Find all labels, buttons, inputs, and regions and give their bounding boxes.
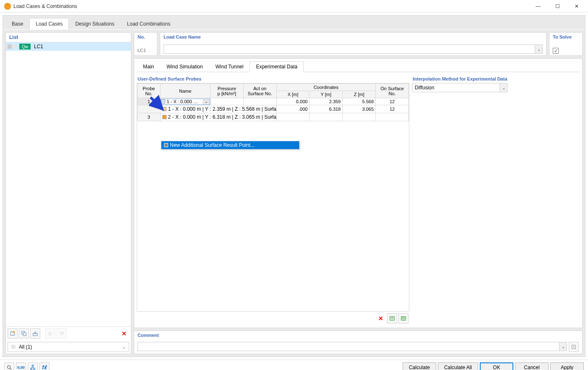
chevron-down-icon: ⌄: [559, 342, 567, 351]
tab-design-situations[interactable]: Design Situations: [69, 18, 120, 29]
app-icon: [4, 3, 11, 10]
close-button[interactable]: ✕: [567, 0, 586, 13]
function-icon: fx̂: [42, 365, 47, 370]
color-swatch-icon: [162, 107, 167, 111]
svg-rect-4: [23, 333, 26, 336]
surf-cell[interactable]: 12: [376, 98, 409, 105]
dist-icon: [47, 331, 53, 336]
units-button[interactable]: 0,00: [16, 362, 26, 370]
name-dropdown-popup[interactable]: New Additional Surface Result Point...: [161, 141, 299, 149]
svg-rect-17: [32, 365, 34, 366]
row-no: [138, 105, 161, 113]
search-icon: [6, 365, 12, 370]
dist-v-button: [45, 328, 55, 339]
minimize-button[interactable]: —: [528, 0, 548, 13]
col-y[interactable]: Y [m]: [310, 91, 343, 98]
comment-edit-button[interactable]: [569, 342, 579, 352]
dist-h-button: [57, 328, 67, 339]
search-button[interactable]: [4, 362, 14, 370]
col-name[interactable]: Name: [160, 84, 210, 98]
svg-rect-18: [31, 369, 32, 370]
table-toolbar: ✕: [137, 312, 409, 325]
name-label: Load Case Name: [164, 34, 543, 39]
tab-load-cases[interactable]: Load Cases: [29, 18, 69, 30]
ellipsis-button[interactable]: …: [268, 113, 276, 118]
name-value: 2 - X : 0.000 m | Y : 6.318 m | Z : 3.06…: [168, 114, 276, 120]
col-on-surface[interactable]: On SurfaceNo.: [376, 84, 409, 98]
calculate-all-button[interactable]: Calculate All: [438, 362, 478, 370]
ellipsis-button[interactable]: …: [268, 105, 276, 110]
tab-wind-tunnel[interactable]: Wind Tunnel: [209, 61, 250, 72]
new-icon: [10, 331, 16, 336]
tab-main[interactable]: Main: [137, 61, 160, 72]
comment-combo[interactable]: ⌄: [138, 342, 567, 351]
interp-section-label: Interpolation Method for Experimental Da…: [412, 75, 580, 83]
load-case-name-combo[interactable]: ⌄: [164, 44, 543, 54]
col-act-on[interactable]: Act onSurface No.: [243, 84, 276, 98]
apply-button[interactable]: Apply: [550, 362, 584, 370]
ok-button[interactable]: OK: [480, 362, 513, 370]
tree-button[interactable]: [28, 362, 38, 370]
tab-wind-simulation[interactable]: Wind Simulation: [160, 61, 209, 72]
tab-base[interactable]: Base: [5, 18, 29, 29]
table-row[interactable]: 1 1 - X : 0.000 m ... ⌄: [138, 98, 409, 105]
export-all-button[interactable]: [398, 313, 408, 323]
interp-value: Diffusion: [412, 85, 500, 91]
delete-row-button[interactable]: ✕: [376, 313, 386, 323]
maximize-button[interactable]: ☐: [548, 0, 567, 13]
z-cell[interactable]: 5.568: [343, 98, 376, 105]
name-combo[interactable]: 1 - X : 0.000 m ... ⌄: [161, 99, 210, 105]
cancel-button[interactable]: Cancel: [515, 362, 549, 370]
to-solve-checkbox[interactable]: ✓: [553, 48, 559, 54]
row-no: 1: [138, 98, 161, 105]
interpolation-combo[interactable]: Diffusion ⌄: [412, 83, 507, 92]
list-toolbar: ✕: [6, 326, 131, 340]
chevron-down-icon: ⌄: [122, 345, 125, 349]
import-button[interactable]: [30, 328, 40, 339]
x-cell[interactable]: 0.000: [276, 98, 310, 105]
col-probe-no[interactable]: ProbeNo.: [138, 84, 161, 98]
list-item-lc1[interactable]: Qw LC1: [6, 42, 131, 51]
chevron-down-icon: ⌄: [203, 99, 210, 104]
table-row[interactable]: 3 2 - X : 0.000 m | Y : 6.318 m | Z : 3.…: [138, 113, 409, 121]
delete-button[interactable]: ✕: [119, 328, 129, 339]
copy-button[interactable]: [19, 328, 29, 339]
col-coords[interactable]: Coordinates: [276, 84, 376, 91]
new-item-button[interactable]: [8, 328, 18, 339]
pressure-cell[interactable]: [210, 98, 243, 105]
x-cell[interactable]: .000: [276, 105, 310, 113]
col-pressure[interactable]: Pressurep [kN/m²]: [210, 84, 243, 98]
z-cell[interactable]: 3.065: [343, 105, 376, 113]
table-row[interactable]: 1 - X : 0.000 m | Y : 2.359 m | Z : 5.56…: [138, 105, 409, 113]
window-title: Load Cases & Combinations: [13, 3, 528, 9]
export-button[interactable]: [387, 313, 397, 323]
delete-icon: ✕: [378, 315, 383, 322]
list-body: Qw LC1: [6, 42, 131, 326]
import-icon: [32, 331, 38, 336]
chevron-down-icon: ⌄: [500, 83, 507, 92]
probes-table[interactable]: ProbeNo. Name Pressurep [kN/m²] Act onSu…: [137, 83, 409, 121]
y-cell[interactable]: 6.318: [310, 105, 343, 113]
y-c]	data-bind[interactable]: 2.359: [310, 98, 343, 105]
comment-label: Comment: [138, 333, 579, 338]
function-button[interactable]: fx̂: [39, 362, 49, 370]
no-value: LC1: [138, 47, 154, 54]
list-header: List: [6, 33, 131, 42]
list-badge: Qw: [19, 44, 31, 50]
col-z[interactable]: Z [m]: [343, 91, 376, 98]
color-swatch-icon: [161, 99, 165, 104]
filter-swatch-icon: [11, 345, 16, 349]
calculate-button[interactable]: Calculate: [403, 362, 436, 370]
comment-panel: Comment ⌄: [134, 331, 583, 354]
col-x[interactable]: X [m]: [276, 91, 310, 98]
dropdown-item-new[interactable]: New Additional Surface Result Point...: [161, 141, 299, 149]
acton-cell[interactable]: [243, 98, 276, 105]
list-item-label: LC1: [34, 44, 43, 50]
list-filter-combo[interactable]: All (1) ⌄: [8, 342, 129, 352]
tab-experimental-data[interactable]: Experimental Data: [250, 61, 304, 72]
svg-rect-9: [401, 317, 406, 320]
main-tab-strip: Base Load Cases Design Situations Load C…: [3, 15, 585, 30]
tab-load-combinations[interactable]: Load Combinations: [121, 18, 177, 29]
new-swatch-icon: [164, 143, 168, 147]
surf-cell[interactable]: 12: [376, 105, 409, 113]
